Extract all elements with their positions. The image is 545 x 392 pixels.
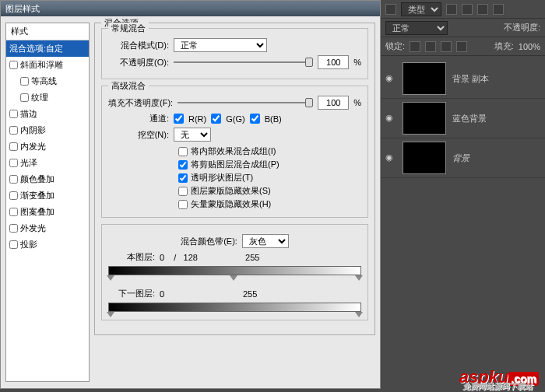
general-blend-legend: 常规混合 (108, 23, 149, 34)
style-label-3: 纹理 (31, 92, 48, 103)
layer-thumb[interactable] (403, 62, 446, 95)
dialog-body: 样式 混合选项:自定斜面和浮雕等高线纹理描边内阴影内发光光泽颜色叠加渐变叠加图案… (1, 16, 380, 388)
channel-r-label: R(R) (188, 114, 206, 124)
channel-g-label: G(G) (226, 114, 244, 124)
style-item-4[interactable]: 描边 (6, 106, 89, 122)
style-checkbox-5[interactable] (9, 126, 18, 135)
lock-icon-2[interactable] (425, 41, 436, 52)
style-label-1: 斜面和浮雕 (20, 59, 63, 71)
layer-name: 蓝色背景 (452, 113, 540, 124)
cb-transparency-shape[interactable] (178, 173, 188, 183)
style-item-8[interactable]: 颜色叠加 (6, 171, 89, 187)
style-item-9[interactable]: 渐变叠加 (6, 187, 89, 204)
this-layer-gradient[interactable] (108, 266, 361, 275)
filter-icon-2[interactable] (462, 4, 473, 15)
blend-mode-label: 混合模式(D): (108, 40, 169, 51)
lock-icon-3[interactable] (441, 41, 452, 52)
style-item-6[interactable]: 内发光 (6, 138, 89, 155)
lock-icon-4[interactable] (456, 41, 467, 52)
lock-label: 锁定: (385, 40, 405, 52)
lock-icon-1[interactable] (410, 41, 420, 52)
blend-mode-select[interactable]: 正常 (174, 38, 267, 52)
layer-opacity-label: 不透明度: (504, 22, 540, 33)
style-checkbox-12[interactable] (9, 240, 18, 249)
opacity-label: 不透明度(O): (108, 57, 169, 68)
eye-icon[interactable] (385, 113, 396, 124)
cb-clip-group[interactable] (178, 160, 188, 170)
layer-style-dialog: 图层样式 样式 混合选项:自定斜面和浮雕等高线纹理描边内阴影内发光光泽颜色叠加渐… (0, 0, 381, 389)
channel-b-label: B(B) (265, 114, 282, 124)
cb-inner-effects-label: 将内部效果混合成组(I) (191, 145, 276, 157)
style-label-10: 图案叠加 (20, 206, 54, 218)
advanced-blend-fieldset: 高级混合 填充不透明度(F): % 通道: R(R) G(G) B(B) (101, 86, 368, 218)
styles-list: 样式 混合选项:自定斜面和浮雕等高线纹理描边内阴影内发光光泽颜色叠加渐变叠加图案… (5, 23, 90, 382)
under-layer-label: 下一图层: (108, 288, 155, 299)
style-checkbox-8[interactable] (9, 175, 18, 184)
style-label-0: 混合选项:自定 (9, 43, 63, 54)
cb-vector-mask-hide-label: 矢量蒙版隐藏效果(H) (191, 198, 271, 210)
layers-panel: 类型 正常 不透明度: 锁定: 填充: 100% 背景 副本蓝色背景背景 (381, 0, 545, 392)
filter-icon-3[interactable] (477, 4, 488, 15)
style-checkbox-4[interactable] (9, 110, 18, 118)
filter-type-select[interactable]: 类型 (401, 2, 441, 16)
style-item-10[interactable]: 图案叠加 (6, 204, 89, 220)
lock-fill-row: 锁定: 填充: 100% (381, 37, 545, 56)
opacity-input[interactable] (318, 55, 349, 69)
style-checkbox-2[interactable] (20, 77, 29, 86)
fill-value: 100% (519, 42, 540, 51)
eye-icon[interactable] (385, 152, 396, 163)
style-item-5[interactable]: 内阴影 (6, 122, 89, 138)
style-item-1[interactable]: 斜面和浮雕 (6, 57, 89, 73)
under-layer-gradient[interactable] (108, 303, 361, 312)
cb-vector-mask-hide[interactable] (178, 200, 188, 209)
percent-label-2: % (353, 98, 361, 107)
style-checkbox-9[interactable] (9, 191, 18, 200)
layer-name: 背景 (452, 152, 540, 164)
style-label-6: 内发光 (20, 141, 46, 152)
blend-if-select[interactable]: 灰色 (242, 234, 289, 248)
style-item-11[interactable]: 外发光 (6, 220, 89, 236)
layer-name: 背景 副本 (452, 73, 540, 85)
layer-blend-mode-select[interactable]: 正常 (385, 21, 448, 35)
style-item-0[interactable]: 混合选项:自定 (6, 40, 89, 57)
style-label-4: 描边 (20, 108, 37, 120)
channel-b-checkbox[interactable] (250, 114, 260, 124)
style-checkbox-3[interactable] (20, 93, 29, 102)
layer-thumb[interactable] (403, 102, 446, 135)
layer-row-2[interactable]: 背景 (381, 138, 545, 178)
cb-layer-mask-hide-label: 图层蒙版隐藏效果(S) (191, 185, 271, 197)
eye-icon[interactable] (385, 73, 396, 84)
style-label-7: 光泽 (20, 157, 37, 169)
options-panel: 混合选项 常规混合 混合模式(D): 正常 不透明度(O): % (94, 23, 375, 382)
general-blend-fieldset: 常规混合 混合模式(D): 正常 不透明度(O): % (101, 28, 368, 79)
style-item-7[interactable]: 光泽 (6, 155, 89, 171)
style-checkbox-11[interactable] (9, 224, 18, 233)
style-item-3[interactable]: 纹理 (6, 89, 89, 106)
fill-opacity-input[interactable] (318, 96, 349, 110)
style-label-2: 等高线 (31, 75, 57, 87)
style-checkbox-10[interactable] (9, 208, 18, 216)
cb-inner-effects[interactable] (178, 147, 188, 156)
style-checkbox-1[interactable] (9, 61, 18, 69)
style-item-2[interactable]: 等高线 (6, 73, 89, 89)
this-layer-values: 0 / 128 255 (160, 253, 259, 262)
layer-row-0[interactable]: 背景 副本 (381, 59, 545, 99)
this-layer-label: 本图层: (108, 251, 155, 263)
kind-icon[interactable] (385, 4, 396, 15)
channel-g-checkbox[interactable] (211, 114, 221, 124)
filter-icon-1[interactable] (446, 4, 457, 15)
knockout-select[interactable]: 无 (174, 128, 211, 142)
watermark-sub: 免费网站源码下载站 (462, 381, 533, 392)
style-checkbox-6[interactable] (9, 142, 18, 151)
layer-thumb[interactable] (403, 142, 446, 174)
style-checkbox-7[interactable] (9, 159, 18, 167)
watermark: aspku.com 免费网站源码下载站 (459, 367, 539, 387)
channel-r-checkbox[interactable] (174, 114, 184, 124)
layer-row-1[interactable]: 蓝色背景 (381, 99, 545, 138)
cb-layer-mask-hide[interactable] (178, 187, 188, 196)
opacity-slider[interactable] (174, 56, 313, 68)
filter-icon-4[interactable] (493, 4, 504, 15)
fill-opacity-slider[interactable] (178, 96, 313, 109)
style-item-12[interactable]: 投影 (6, 236, 89, 253)
mode-opacity-row: 正常 不透明度: (381, 19, 545, 37)
